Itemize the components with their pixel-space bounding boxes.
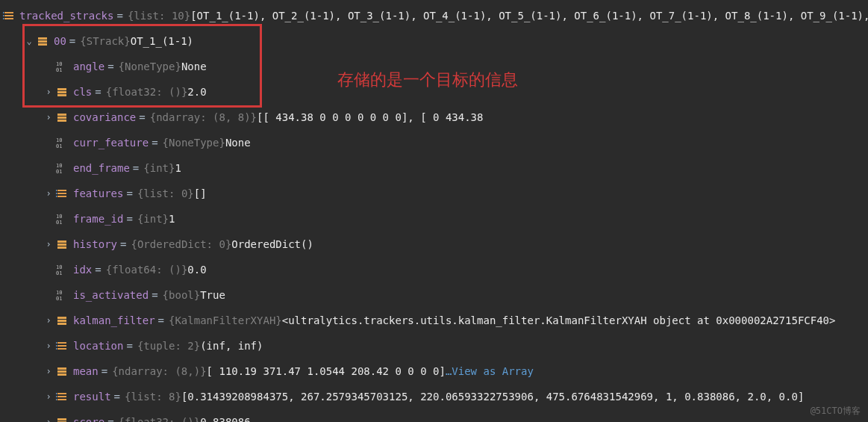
expander-icon[interactable]: › [42,87,55,97]
svg-rect-38 [57,323,66,325]
expander-icon[interactable]: › [42,188,55,199]
list-icon [3,10,15,22]
expander-icon[interactable]: › [42,112,55,122]
var-row-curr_feature[interactable]: 1001curr_feature = {NoneType} None [0,130,868,155]
svg-text:10: 10 [56,290,62,296]
svg-rect-51 [56,393,57,394]
svg-rect-7 [38,40,47,43]
variable-type: {list: 10} [128,10,190,22]
object-icon [56,314,68,326]
var-row-covariance[interactable]: ›covariance = {ndarray: (8, 8)} [[ 434.3… [0,105,868,130]
variable-value: 1 [175,162,181,174]
object-icon [56,238,68,250]
svg-rect-47 [57,373,66,376]
svg-rect-53 [56,399,57,400]
equals-sign: = [69,35,75,47]
variable-type: {float32: ()} [119,416,201,422]
var-row-00[interactable]: ⌄00 = {STrack} OT_1_(1-1) [0,28,868,54]
expander-icon[interactable]: › [42,239,55,249]
expander-icon[interactable]: ⌄ [22,36,36,46]
var-row-idx[interactable]: 1001idx = {float64: ()} 0.0 [0,257,868,282]
equals-sign: = [139,111,145,123]
expander-icon[interactable]: › [42,341,55,351]
binary-icon: 1001 [55,161,69,175]
svg-rect-37 [57,320,66,322]
equals-sign: = [116,10,122,22]
var-row-result[interactable]: ›result = {list: 8} [0.31439208984375, 2… [0,384,868,409]
var-row-history[interactable]: ›history = {OrderedDict: 0} OrderedDict(… [0,232,868,257]
svg-rect-8 [38,43,47,46]
list-icon [55,187,69,200]
binary-icon: 1001 [55,60,69,73]
list-icon [56,391,68,403]
svg-text:10: 10 [56,214,62,220]
svg-rect-29 [57,241,66,243]
var-row-frame_id[interactable]: 1001frame_id = {int} 1 [0,206,868,232]
var-row-end_frame[interactable]: 1001end_frame = {int} 1 [0,155,868,181]
variable-type: {float32: ()} [106,86,188,98]
variable-value: OT_1_(1-1) [131,35,193,47]
equals-sign: = [152,137,157,149]
svg-rect-48 [57,393,66,394]
variable-name: score [73,416,104,422]
list-icon [56,340,68,352]
expander-icon[interactable]: › [42,366,55,376]
svg-rect-50 [57,399,66,400]
variable-type: {NoneType} [119,60,181,72]
debugger-variables-panel: tracked_stracks = {list: 10} [OT_1_(1-1)… [0,0,868,422]
var-row-kalman_filter[interactable]: ›kalman_filter = {KalmanFilterXYAH} <ult… [0,308,868,333]
list-icon [56,187,68,199]
equals-sign: = [133,162,139,174]
variable-type: {int} [143,162,175,174]
view-as-array-link[interactable]: …View as Array [446,365,534,377]
svg-rect-39 [57,342,66,344]
object-icon [55,415,69,422]
variable-value: 0.838086 [200,416,250,422]
variable-value: <ultralytics.trackers.utils.kalman_filte… [282,314,836,326]
svg-rect-54 [57,418,66,421]
variable-name: is_activated [73,289,149,301]
variable-name: features [73,187,123,199]
variable-type: {list: 0} [137,187,194,199]
expander-icon[interactable]: › [42,315,55,326]
binary-icon: 1001 [55,288,69,302]
variable-value: True [200,289,225,301]
variable-type: {OrderedDict: 0} [131,238,231,250]
svg-rect-44 [56,348,57,350]
var-row-mean[interactable]: ›mean = {ndarray: (8,)} [ 110.19 371.47 … [0,359,868,384]
expander-icon[interactable]: › [42,417,55,422]
svg-rect-31 [57,246,66,249]
svg-rect-42 [56,342,57,344]
var-row-score[interactable]: ›score = {float32: ()} 0.838086 [0,409,868,422]
variable-value: [[ 434.38 0 0 0 0 0 0 0], [ 0 434.38 [257,111,483,123]
svg-rect-11 [57,88,66,90]
variable-name: result [73,391,111,403]
variable-value: 0.0 [187,264,206,276]
svg-rect-26 [56,196,57,197]
variable-name: location [73,340,123,352]
binary-icon: 1001 [56,264,68,276]
svg-text:10: 10 [56,264,62,270]
svg-rect-12 [57,91,66,93]
object-icon [56,111,68,123]
variable-value: [ 110.19 371.47 1.0544 208.42 0 0 0 0] [207,365,446,377]
svg-rect-4 [3,15,4,16]
svg-rect-30 [57,243,66,246]
equals-sign: = [114,391,120,403]
var-row-features[interactable]: ›features = {list: 0} [] [0,181,868,206]
variable-name: kalman_filter [73,314,155,326]
binary-icon: 1001 [56,213,68,225]
binary-icon: 1001 [56,289,68,301]
variable-type: {int} [137,213,169,225]
expander-icon[interactable]: › [42,391,55,402]
binary-icon: 1001 [55,212,69,226]
binary-icon: 1001 [56,162,68,174]
binary-icon: 1001 [56,60,68,72]
svg-rect-21 [57,190,66,191]
var-row-is_activated[interactable]: 1001is_activated = {bool} True [0,282,868,308]
equals-sign: = [126,213,132,225]
var-row-tracked_stracks[interactable]: tracked_stracks = {list: 10} [OT_1_(1-1)… [0,3,868,28]
var-row-location[interactable]: ›location = {tuple: 2} (inf, inf) [0,333,868,359]
svg-text:01: 01 [56,67,62,72]
variable-name: frame_id [73,213,123,225]
